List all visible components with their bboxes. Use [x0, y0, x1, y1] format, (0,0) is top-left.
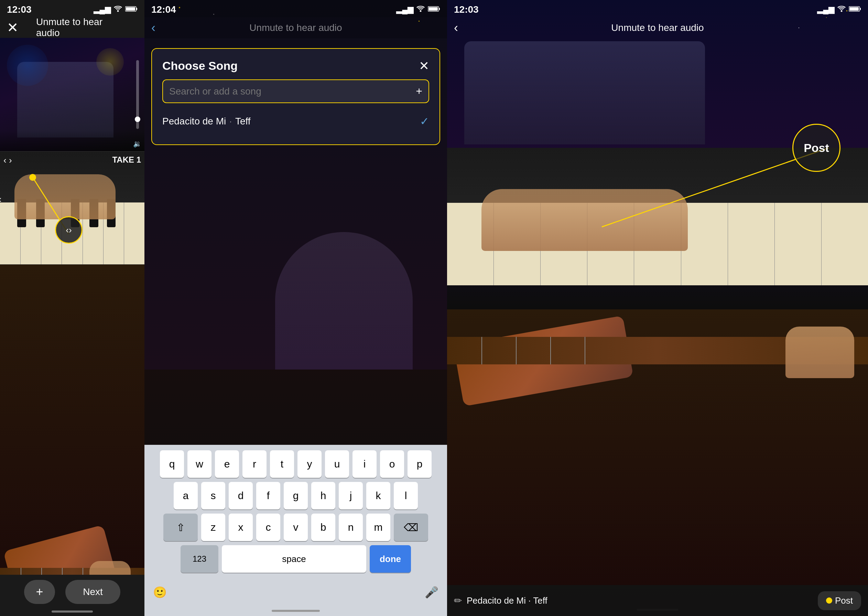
back-arrow-right[interactable]: ‹: [454, 20, 458, 35]
key-done[interactable]: done: [370, 545, 411, 573]
key-n[interactable]: n: [339, 514, 363, 541]
key-123[interactable]: 123: [181, 545, 219, 573]
drums-video-bg: [0, 38, 145, 151]
modal-header: Choose Song ✕: [162, 59, 429, 72]
key-r[interactable]: r: [242, 450, 267, 478]
status-bar-right: 12:03 ▂▄▆: [447, 0, 868, 17]
title-center: Unmute to hear audio: [249, 22, 342, 33]
song-check-icon: ✓: [420, 115, 429, 128]
wifi-left: [113, 5, 123, 14]
panel-right: 12:03 ▂▄▆ ‹ Unmute to hear a: [447, 0, 868, 616]
choose-song-modal: Choose Song ✕ + Pedacito de Mi · Teff ✓: [151, 48, 440, 145]
key-j[interactable]: j: [339, 482, 363, 509]
post-circle-label: Post: [804, 141, 829, 155]
song-item-0[interactable]: Pedacito de Mi · Teff ✓: [162, 108, 429, 134]
key-h[interactable]: h: [311, 482, 335, 509]
key-s[interactable]: s: [201, 482, 225, 509]
kb-bottom-row: 🙂 🎤: [145, 577, 447, 608]
search-row[interactable]: +: [162, 79, 429, 103]
pencil-icon: ✏: [454, 595, 462, 607]
bottom-bar-left: + Next: [0, 575, 145, 616]
bottom-bar-right: ✏ Pedacito de Mi · Teff Post: [447, 585, 868, 616]
video-segment-drums: 🔉: [0, 38, 145, 151]
time-center: 12:04: [151, 4, 176, 15]
key-d[interactable]: d: [229, 482, 253, 509]
add-button[interactable]: +: [24, 580, 55, 604]
svg-rect-7: [439, 8, 440, 10]
close-modal-button[interactable]: ✕: [419, 60, 429, 72]
modal-title: Choose Song: [162, 59, 237, 72]
key-y[interactable]: y: [297, 450, 322, 478]
key-v[interactable]: v: [284, 514, 308, 541]
take-label: TAKE 1: [112, 155, 141, 165]
keyboard-area: q w e r t y u i o p a s d f g h j k: [145, 445, 447, 616]
post-circle-button[interactable]: Post: [793, 124, 840, 172]
add-song-button[interactable]: +: [416, 85, 422, 97]
key-a[interactable]: a: [174, 482, 198, 509]
svg-point-9: [841, 10, 843, 12]
volume-slider-drums[interactable]: [136, 60, 139, 129]
key-shift[interactable]: ⇧: [164, 514, 198, 541]
back-arrow-center[interactable]: ‹: [151, 20, 156, 35]
volume-icon-drums[interactable]: 🔉: [133, 140, 142, 148]
battery-center: [428, 5, 440, 14]
signal-left: ▂▄▆: [94, 5, 111, 14]
key-e[interactable]: e: [215, 450, 239, 478]
key-t[interactable]: t: [270, 450, 294, 478]
status-bar-left: 12:03 ▂▄▆: [0, 0, 145, 17]
key-w[interactable]: w: [187, 450, 211, 478]
key-p[interactable]: p: [407, 450, 432, 478]
key-backspace[interactable]: ⌫: [394, 514, 428, 541]
key-b[interactable]: b: [311, 514, 335, 541]
svg-point-5: [420, 10, 421, 12]
svg-rect-8: [428, 7, 438, 11]
post-label-small: Post: [835, 596, 853, 606]
status-icons-right: ▂▄▆: [817, 5, 861, 14]
keyboard-rows: q w e r t y u i o p a s d f g h j k: [145, 445, 447, 573]
piano-video-bg: [0, 152, 145, 264]
post-dot-icon: [826, 597, 832, 603]
key-l[interactable]: l: [394, 482, 418, 509]
svg-rect-11: [860, 8, 861, 10]
circle-nav-button[interactable]: ‹›: [55, 216, 83, 244]
home-indicator-center: [272, 610, 320, 612]
key-u[interactable]: u: [325, 450, 349, 478]
key-z[interactable]: z: [201, 514, 225, 541]
top-bar-right: ‹ Unmute to hear audio: [447, 17, 868, 39]
mic-button[interactable]: 🎤: [420, 580, 443, 604]
song-info: Pedacito de Mi · Teff: [162, 116, 251, 127]
svg-rect-2: [136, 8, 137, 10]
key-space[interactable]: space: [222, 545, 366, 573]
signal-right: ▂▄▆: [817, 5, 834, 14]
signal-center: ▂▄▆: [396, 5, 414, 14]
close-button-left[interactable]: ✕: [7, 20, 19, 35]
home-bar-center: [145, 608, 447, 616]
search-input[interactable]: [169, 86, 412, 97]
key-q[interactable]: q: [160, 450, 184, 478]
emoji-button[interactable]: 🙂: [148, 580, 172, 604]
key-row-2: a s d f g h j k l: [148, 482, 443, 509]
top-bar-center: ‹ Unmute to hear audio: [145, 17, 447, 39]
key-c[interactable]: c: [256, 514, 280, 541]
modal-box: Choose Song ✕ + Pedacito de Mi · Teff ✓: [151, 48, 440, 145]
next-button[interactable]: Next: [65, 580, 120, 604]
key-g[interactable]: g: [284, 482, 308, 509]
key-row-1: q w e r t y u i o p: [148, 450, 443, 478]
navigate-arrows[interactable]: ‹ ›: [3, 155, 12, 166]
key-m[interactable]: m: [366, 514, 390, 541]
key-k[interactable]: k: [366, 482, 390, 509]
left-arrow-mid[interactable]: ‹: [0, 194, 2, 205]
video-segment-guitar: 🔉: [0, 265, 145, 616]
title-right: Unmute to hear audio: [611, 22, 704, 33]
status-icons-center: ▂▄▆: [396, 5, 440, 14]
key-x[interactable]: x: [229, 514, 253, 541]
volume-thumb: [135, 116, 140, 122]
time-right: 12:03: [454, 4, 479, 15]
key-o[interactable]: o: [380, 450, 404, 478]
home-indicator-left: [52, 611, 93, 613]
key-f[interactable]: f: [256, 482, 280, 509]
key-i[interactable]: i: [352, 450, 377, 478]
top-bar-left: ✕ Unmute to hear audio: [0, 17, 145, 38]
guitar-video-bg: [0, 265, 145, 616]
post-button-small[interactable]: Post: [818, 591, 861, 610]
